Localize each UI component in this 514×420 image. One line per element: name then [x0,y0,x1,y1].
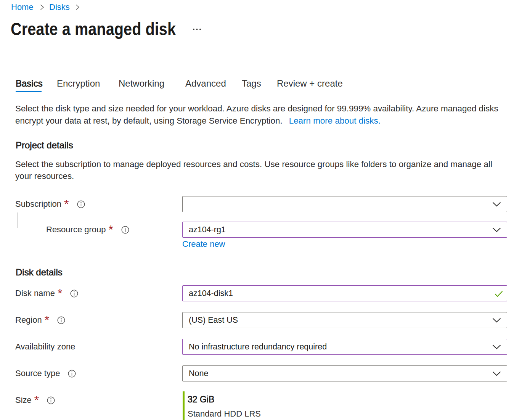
svg-text:Create a managed disk: Create a managed disk [11,19,176,39]
